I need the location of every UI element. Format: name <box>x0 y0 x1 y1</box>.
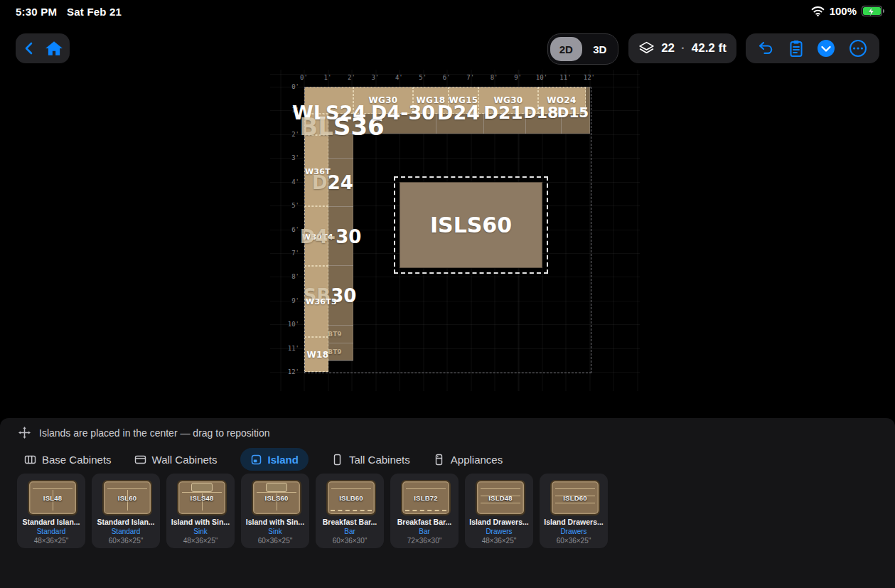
island-dimensions: 60×36×25" <box>241 537 309 545</box>
island-thumbnail: ISL60 <box>102 480 152 515</box>
battery-charging-icon <box>862 6 882 16</box>
more-options-button[interactable] <box>848 38 868 58</box>
view-3d-segment[interactable]: 3D <box>584 37 616 61</box>
tab-label: Base Cabinets <box>42 454 112 466</box>
ruler-tick-top: 5' <box>419 74 427 81</box>
ruler-tick-left: 0' <box>291 83 299 90</box>
tab-label: Island <box>268 454 299 466</box>
nav-pill <box>16 33 70 63</box>
island-code: ISLS60 <box>253 494 300 502</box>
island-dimensions: 60×36×30" <box>316 537 384 545</box>
island-card-isl60[interactable]: ISL60Standard Islan...Standard60×36×25" <box>92 474 160 548</box>
view-mode-toggle[interactable]: 2D 3D <box>547 33 618 65</box>
ruler-tick-left: 6' <box>291 226 299 233</box>
island-dimensions: 60×36×25" <box>92 537 160 545</box>
cabinet-label: W18 <box>307 350 329 360</box>
ruler-tick-top: 2' <box>348 74 355 81</box>
move-icon <box>18 427 31 439</box>
kitchen-design-app: 5:30 PMSat Feb 21 100% 2D 3D <box>0 0 895 588</box>
island-name: Breakfast Bar... <box>316 518 384 526</box>
undo-button[interactable] <box>757 40 776 57</box>
total-length: 42.2 ft <box>692 41 727 55</box>
tab-island[interactable]: Island <box>240 448 309 471</box>
ruler-tick-left: 7' <box>291 250 299 257</box>
home-button[interactable] <box>45 40 63 57</box>
tab-wall-cabinets[interactable]: Wall Cabinets <box>134 448 218 471</box>
ruler-tick-left: 10' <box>288 321 299 328</box>
status-time-date: 5:30 PMSat Feb 21 <box>16 6 122 18</box>
base-cabinets-icon <box>24 454 36 466</box>
placement-hint: Islands are placed in the center — drag … <box>39 427 270 439</box>
tab-tall-cabinets[interactable]: Tall Cabinets <box>331 448 410 471</box>
island-dimensions: 72×36×30" <box>390 537 459 545</box>
island-name: Island with Sin... <box>241 518 309 526</box>
floor-plan-canvas[interactable]: 0'1'2'3'4'5'6'7'8'9'10'11'12'0'1'2'3'4'5… <box>0 68 895 417</box>
island-code: ISL48 <box>29 494 76 502</box>
island-thumbnail: ISL48 <box>28 480 77 515</box>
island-code: ISLB72 <box>402 494 449 502</box>
ruler-tick-left: 3' <box>291 154 299 161</box>
cabinet-label: BT9 <box>328 331 341 338</box>
island-name: Island with Sin... <box>166 518 235 526</box>
ruler-tick-left: 2' <box>291 131 299 138</box>
island-label: ISLS60 <box>430 213 512 237</box>
tab-label: Tall Cabinets <box>349 454 410 466</box>
status-date: Sat Feb 21 <box>67 6 122 18</box>
island-name: Standard Islan... <box>92 518 160 526</box>
tab-base-cabinets[interactable]: Base Cabinets <box>24 448 112 471</box>
island-cabinet[interactable]: ISLS60 <box>400 182 542 268</box>
island-thumbnail: ISLS60 <box>252 480 301 515</box>
back-button[interactable] <box>22 41 38 56</box>
island-thumbnail: ISLB60 <box>326 480 376 515</box>
island-code: ISLD48 <box>477 494 524 502</box>
catalog-sheet: Islands are placed in the center — drag … <box>0 418 895 588</box>
island-thumbnail: ISLB72 <box>401 480 451 515</box>
tab-appliances[interactable]: Appliances <box>433 448 503 471</box>
ruler-tick-left: 8' <box>291 273 299 280</box>
ruler-tick-left: 9' <box>291 297 299 304</box>
island-card-islb60[interactable]: ISLB60Breakfast Bar...Bar60×36×30" <box>316 474 384 548</box>
layers-icon <box>638 41 655 56</box>
ruler-tick-top: 9' <box>514 74 522 81</box>
island-thumbnail: ISLS48 <box>177 480 227 515</box>
cabinet-label: D24 <box>312 172 353 193</box>
cabinet-label: D4-30 <box>300 226 362 247</box>
cabinet-label: D21 <box>483 102 523 123</box>
island-card-islb72[interactable]: ISLB72Breakfast Bar...Bar72×36×30" <box>390 474 459 548</box>
island-dimensions: 48×36×25" <box>166 537 235 545</box>
island-card-isld60[interactable]: ISLD60Island Drawers...Drawers60×36×25" <box>540 474 608 548</box>
island-category: Drawers <box>540 528 608 535</box>
island-card-isl48[interactable]: ISL48Standard Islan...Standard48×36×25" <box>17 474 85 548</box>
battery-percent: 100% <box>830 5 857 17</box>
island-name: Island Drawers... <box>540 518 608 526</box>
confirm-dropdown-button[interactable] <box>816 38 836 58</box>
island-icon <box>250 454 262 466</box>
tab-label: Wall Cabinets <box>152 454 218 466</box>
island-dimensions: 48×36×25" <box>465 537 533 545</box>
view-2d-segment[interactable]: 2D <box>550 37 582 61</box>
ruler-tick-top: 8' <box>491 74 498 81</box>
island-category: Bar <box>316 528 384 535</box>
island-dimensions: 60×36×25" <box>540 537 608 545</box>
island-dimensions: 48×36×25" <box>17 537 85 545</box>
island-thumbnail: ISLD60 <box>550 480 600 515</box>
cabinet-label: BT9 <box>328 348 341 356</box>
island-name: Standard Islan... <box>17 518 85 526</box>
status-time: 5:30 PM <box>16 6 57 18</box>
island-card-isls60[interactable]: ISLS60Island with Sin...Sink60×36×25" <box>241 474 309 548</box>
island-card-isls48[interactable]: ISLS48Island with Sin...Sink48×36×25" <box>166 474 235 548</box>
measurement-pill[interactable]: 22 · 42.2 ft <box>628 33 736 63</box>
island-name: Island Drawers... <box>465 518 533 526</box>
clipboard-button[interactable] <box>788 39 805 58</box>
island-card-isld48[interactable]: ISLD48Island Drawers...Drawers48×36×25" <box>465 474 533 548</box>
item-card-row: ISL48Standard Islan...Standard48×36×25"I… <box>17 474 608 548</box>
island-code: ISL60 <box>104 494 151 502</box>
ruler-tick-top: 10' <box>536 74 547 81</box>
island-category: Sink <box>166 528 235 535</box>
cabinet-label: D18 <box>524 104 559 122</box>
island-category: Bar <box>390 528 459 535</box>
wifi-icon <box>811 6 825 16</box>
separator-dot: · <box>681 41 685 55</box>
cabinet-label: D24 <box>437 102 480 124</box>
ruler-tick-top: 7' <box>466 74 474 81</box>
